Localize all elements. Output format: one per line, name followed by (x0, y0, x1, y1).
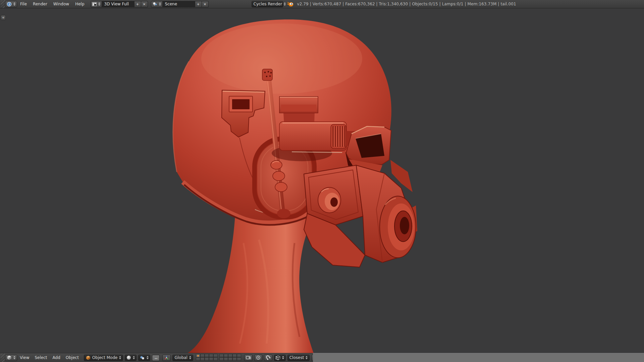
stepper-arrows (282, 356, 284, 359)
stepper-arrows (133, 356, 135, 359)
snap-element-cube-icon (276, 356, 280, 360)
layer-toggle[interactable] (200, 354, 205, 357)
header-empty-area (313, 353, 644, 362)
pivot-point-dropdown[interactable] (138, 355, 150, 361)
viewport-menubar: ViewSelectAddObject (17, 353, 82, 362)
transform-orientation-dropdown[interactable]: Global (172, 355, 193, 361)
region-corner-grip[interactable] (1, 0, 5, 8)
snap-magnet-icon (266, 355, 271, 360)
mode-value: Object Mode (92, 355, 118, 360)
viewport-3d[interactable]: + (0, 8, 644, 353)
layer-toggle[interactable] (209, 357, 213, 361)
info-editor-icon: i (7, 2, 12, 7)
layer-toggle[interactable] (196, 357, 200, 361)
layer-toggle[interactable] (196, 354, 200, 357)
layer-toggle[interactable] (219, 357, 224, 361)
shading-sphere-icon (126, 355, 131, 360)
viewport-menu-item[interactable]: Add (50, 353, 63, 362)
object-mode-cube-icon (86, 356, 91, 360)
layer-toggle[interactable] (228, 354, 232, 357)
pivot-median-icon (140, 356, 145, 360)
scene-icon (153, 2, 157, 6)
viewport-shading-dropdown[interactable] (125, 355, 137, 361)
mode-dropdown[interactable]: Object Mode (84, 355, 123, 361)
layer-toggle[interactable] (213, 357, 218, 361)
stepper-arrows (189, 356, 191, 359)
cube-editor-icon (7, 355, 12, 360)
blender-logo (287, 1, 293, 7)
layer-toggle[interactable] (228, 357, 232, 361)
translate-manipulator-button[interactable] (162, 355, 171, 361)
layout-browse-button[interactable] (91, 1, 102, 7)
viewport-header: ViewSelectAddObject Object Mode (0, 353, 313, 362)
render-engine-value: Cycles Render (254, 2, 282, 6)
region-corner-grip[interactable] (1, 353, 5, 362)
scene-statistics: v2.79 | Verts:670,487 | Faces:670,362 | … (297, 2, 516, 6)
viewport-menu-item[interactable]: Select (32, 353, 50, 362)
scene-browse-button[interactable] (151, 1, 163, 7)
layer-toggle[interactable] (205, 354, 209, 357)
stepper-arrows (306, 356, 308, 359)
layer-toggle[interactable] (232, 357, 237, 361)
stepper-arrows (284, 2, 286, 6)
top-menu-item[interactable]: Help (72, 0, 87, 8)
snap-target-dropdown[interactable]: Closest (287, 355, 310, 361)
snap-toggle-button[interactable] (264, 355, 272, 361)
layer-toggle[interactable] (219, 354, 224, 357)
layer-group (196, 354, 218, 361)
render-engine-dropdown[interactable]: Cycles Render (252, 1, 283, 7)
snap-target-value: Closest (289, 355, 304, 360)
stepper-arrows (147, 356, 149, 359)
layer-toggle[interactable] (224, 354, 228, 357)
layer-toggle[interactable] (237, 354, 241, 357)
manipulator-widget-toggle[interactable]: ↔ (152, 355, 160, 361)
stepper-arrows (119, 356, 121, 359)
viewport-menu-item[interactable]: View (17, 353, 32, 362)
layer-toggle[interactable] (200, 357, 205, 361)
model-3d-render[interactable] (0, 8, 644, 353)
region-expand-button[interactable]: + (1, 15, 6, 20)
screen-layout-selector: 3D View Full + × (91, 1, 148, 7)
info-editor-header: i FileRenderWindowHelp 3D View Full + × (0, 0, 644, 8)
editor-type-button-3dview[interactable] (5, 355, 17, 361)
scene-selector: Scene + × (151, 1, 209, 7)
blender-window: i FileRenderWindowHelp 3D View Full + × (0, 0, 644, 362)
stepper-arrows (159, 2, 161, 6)
axes-icon (164, 355, 169, 360)
top-menu-item[interactable]: Window (50, 0, 72, 8)
layout-delete-button[interactable]: × (141, 1, 148, 7)
layout-name-field[interactable]: 3D View Full (102, 1, 135, 7)
layer-toggle[interactable] (213, 354, 218, 357)
viewport-header-bar: ViewSelectAddObject Object Mode (0, 353, 644, 362)
top-menu-item[interactable]: Render (30, 0, 50, 8)
stepper-arrows (98, 2, 100, 6)
layer-toggle[interactable] (232, 354, 237, 357)
scene-lock-icon (246, 355, 251, 360)
layer-toggle[interactable] (205, 357, 209, 361)
layer-toggle[interactable] (209, 354, 213, 357)
layout-add-button[interactable]: + (135, 1, 141, 7)
screen-layout-icon (92, 2, 97, 6)
scene-delete-button[interactable]: × (202, 1, 209, 7)
manipulator-arrows-icon: ↔ (154, 355, 158, 360)
proportional-edit-button[interactable] (254, 355, 262, 361)
viewport-menu-item[interactable]: Object (63, 353, 82, 362)
stepper-arrows (13, 356, 15, 359)
layer-group (220, 354, 241, 361)
proportional-edit-icon (256, 355, 261, 360)
layer-toggle[interactable] (224, 357, 228, 361)
scene-name-field[interactable]: Scene (163, 1, 195, 7)
orientation-value: Global (174, 355, 187, 360)
stepper-arrows (13, 2, 15, 6)
svg-text:i: i (9, 3, 10, 6)
editor-type-button-info[interactable]: i (5, 1, 17, 7)
top-menu-item[interactable]: File (17, 0, 30, 8)
layer-toggle[interactable] (237, 357, 241, 361)
snap-element-dropdown[interactable] (274, 355, 286, 361)
scene-add-button[interactable]: + (195, 1, 202, 7)
layer-buttons (196, 354, 241, 361)
lock-to-scene-button[interactable] (244, 355, 253, 361)
top-menubar: FileRenderWindowHelp (17, 0, 88, 8)
